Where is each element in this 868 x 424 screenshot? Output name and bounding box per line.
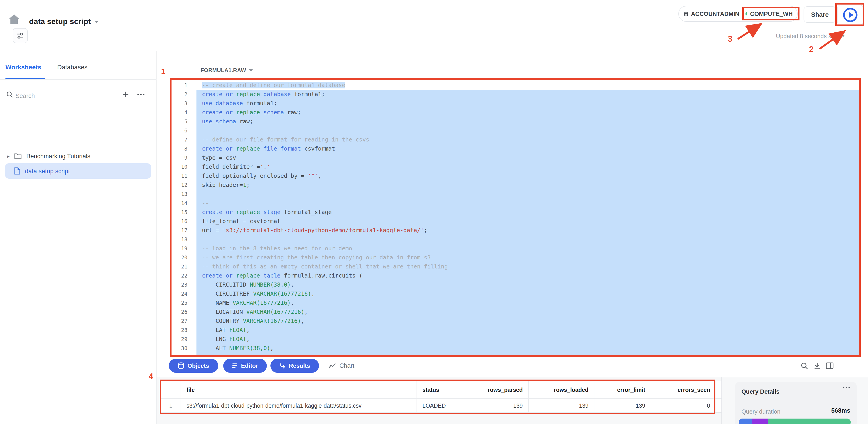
code-line[interactable]: 14--	[172, 199, 859, 208]
download-icon	[813, 362, 821, 369]
folder-icon	[14, 153, 22, 159]
code-line[interactable]: 2create or replace database formula1;	[172, 90, 859, 99]
code-line[interactable]: 6	[172, 126, 859, 135]
tab-worksheets[interactable]: Worksheets	[5, 64, 41, 71]
line-number: 27	[172, 317, 194, 326]
columns-panel-button[interactable]	[826, 362, 834, 369]
line-number: 11	[172, 171, 194, 181]
code-line[interactable]: 28 LAT FLOAT,	[172, 326, 859, 335]
code-line[interactable]: 24 CIRCUITREF VARCHAR(16777216),	[172, 289, 859, 298]
code-line[interactable]: 13	[172, 190, 859, 199]
home-button[interactable]	[7, 12, 21, 26]
code-line[interactable]: 27 COUNTRY VARCHAR(16777216),	[172, 317, 859, 326]
code-line[interactable]: 31 URL VARCHAR(16777216),	[172, 353, 859, 355]
code-line[interactable]: 9type = csv	[172, 153, 859, 162]
code-line[interactable]: 22create or replace table formula1.raw.c…	[172, 271, 859, 280]
code-line-content: -- create and define our formula1 databa…	[196, 81, 859, 90]
tab-databases[interactable]: Databases	[57, 64, 88, 71]
run-button[interactable]	[837, 4, 864, 25]
code-line[interactable]: 19-- load in the 8 tables we need for ou…	[172, 244, 859, 253]
code-line[interactable]: 1-- create and define our formula1 datab…	[172, 81, 859, 90]
new-worksheet-button[interactable]	[121, 89, 131, 99]
download-results-button[interactable]	[813, 362, 821, 369]
code-line[interactable]: 20-- we are first creating the table the…	[172, 253, 859, 262]
line-number: 12	[172, 181, 194, 190]
table-header-cell: rows_parsed	[462, 381, 528, 399]
sidebar-more-button[interactable]	[135, 89, 146, 99]
table-header-cell: rows_loaded	[528, 381, 594, 399]
share-button[interactable]: Share	[804, 6, 836, 23]
worksheet-title-dropdown[interactable]: data setup script	[29, 16, 98, 28]
table-header-cell: errors_seen	[651, 381, 716, 399]
code-line[interactable]: 29 LNG FLOAT,	[172, 335, 859, 344]
code-line-content: field_delimiter =','	[196, 162, 859, 171]
code-line[interactable]: 8create or replace file format csvformat	[172, 144, 859, 153]
results-button[interactable]: Results	[271, 359, 319, 373]
code-line[interactable]: 26 LOCATION VARCHAR(16777216),	[172, 307, 859, 317]
code-line-content: -- load in the 8 tables we need for our …	[196, 244, 859, 253]
code-line-content: URL VARCHAR(16777216),	[196, 353, 859, 355]
chart-toggle[interactable]: Chart	[329, 359, 354, 373]
table-row[interactable]: 1s3://formula1-dbt-cloud-python-demo/for…	[161, 399, 721, 413]
search-input[interactable]	[14, 90, 102, 102]
code-line[interactable]: 18	[172, 235, 859, 244]
results-toolbar: Objects Editor Results Chart	[157, 357, 868, 377]
sidebar: Worksheets Databases ▸ Benchmarking Tuto…	[0, 51, 157, 424]
code-line[interactable]: 16file_format = csvformat	[172, 217, 859, 226]
search-results-button[interactable]	[801, 362, 808, 369]
code-line[interactable]: 25 NAME VARCHAR(16777216),	[172, 298, 859, 307]
code-line[interactable]: 15create or replace stage formula1_stage	[172, 208, 859, 217]
line-number: 13	[172, 190, 194, 199]
code-line[interactable]: 11field_optionally_enclosed_by = '"',	[172, 171, 859, 181]
annotation-label-1: 1	[161, 67, 165, 76]
line-number: 20	[172, 253, 194, 262]
schema-context-dropdown[interactable]: FORMULA1.RAW	[200, 67, 253, 73]
objects-button[interactable]: Objects	[169, 359, 218, 373]
query-details-menu-button[interactable]	[843, 386, 850, 389]
filters-button[interactable]	[13, 28, 28, 43]
sql-editor[interactable]: 1-- create and define our formula1 datab…	[172, 80, 859, 355]
line-number: 26	[172, 307, 194, 317]
code-line-content: skip_header=1;	[196, 181, 859, 190]
line-number: 19	[172, 244, 194, 253]
plus-icon	[122, 91, 129, 98]
code-line[interactable]: 23 CIRCUITID NUMBER(38,0),	[172, 280, 859, 289]
role-label: ACCOUNTADMIN	[691, 10, 739, 17]
line-number: 9	[172, 153, 194, 162]
line-number: 18	[172, 235, 194, 244]
chevron-down-icon	[841, 35, 845, 37]
code-line[interactable]: 30 ALT NUMBER(38,0),	[172, 344, 859, 353]
sidebar-item-folder[interactable]: ▸ Benchmarking Tutorials	[0, 150, 157, 162]
folder-label: Benchmarking Tutorials	[26, 153, 90, 159]
code-line[interactable]: 17url = 's3://formula1-dbt-cloud-python-…	[172, 226, 859, 235]
line-number: 22	[172, 271, 194, 280]
code-line[interactable]: 12skip_header=1;	[172, 181, 859, 190]
code-line[interactable]: 4create or replace schema raw;	[172, 108, 859, 117]
editor-button[interactable]: Editor	[223, 359, 267, 373]
line-number: 29	[172, 335, 194, 344]
table-cell: LOADED	[416, 399, 462, 413]
code-line[interactable]: 5use schema raw;	[172, 117, 859, 126]
code-line-content: type = csv	[196, 153, 859, 162]
query-duration-label: Query duration	[741, 408, 780, 415]
chart-icon	[329, 363, 336, 369]
editor-lines-icon	[232, 363, 238, 369]
divider	[0, 79, 157, 80]
query-details-title: Query Details	[741, 388, 779, 395]
code-line-content: CIRCUITREF VARCHAR(16777216),	[196, 289, 859, 298]
code-line-content: file_format = csvformat	[196, 217, 859, 226]
code-line-content: LOCATION VARCHAR(16777216),	[196, 307, 859, 317]
code-line[interactable]: 3use database formula1;	[172, 99, 859, 108]
query-details-card: Query Details Query duration 568ms	[735, 382, 857, 424]
code-line-content: NAME VARCHAR(16777216),	[196, 298, 859, 307]
updated-dropdown[interactable]: Updated 8 seconds ago	[776, 33, 845, 39]
code-line[interactable]: 7-- define our file format for reading i…	[172, 135, 859, 144]
code-line[interactable]: 10field_delimiter =','	[172, 162, 859, 171]
code-line-content	[196, 235, 859, 244]
line-number: 28	[172, 326, 194, 335]
line-number: 8	[172, 144, 194, 153]
context-selector[interactable]: ACCOUNTADMIN COMPUTE_WH	[678, 6, 798, 22]
code-line[interactable]: 21-- think of this as an empty container…	[172, 262, 859, 271]
code-line-content: -- we are first creating the table then …	[196, 253, 859, 262]
sidebar-item-selected-worksheet[interactable]: data setup script	[5, 163, 151, 179]
